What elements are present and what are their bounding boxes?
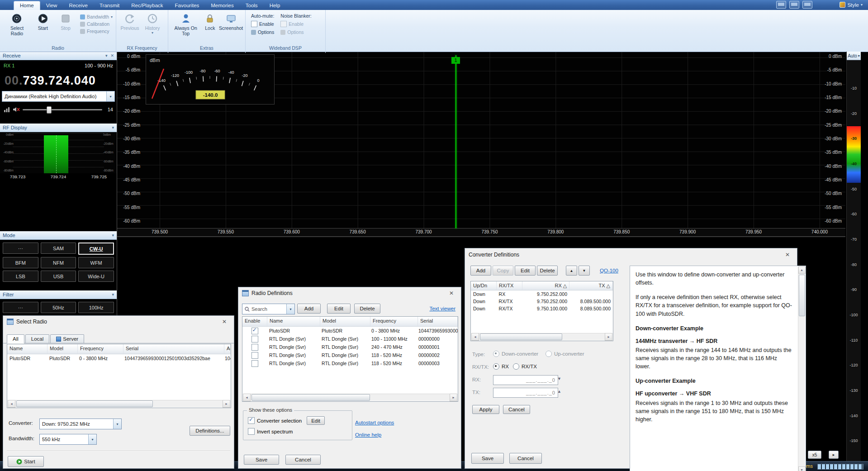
column-header[interactable]: Model bbox=[320, 317, 370, 326]
noise-blanker-enable-checkbox[interactable]: Enable bbox=[280, 21, 311, 27]
qo100-link[interactable]: QO-100 bbox=[600, 268, 618, 273]
converter-select[interactable]: Down: 9750.252 MHz ▾ bbox=[39, 419, 122, 429]
definition-row[interactable]: RTL Dongle (Svr) RTL Dongle (Svr) 118 - … bbox=[242, 351, 458, 359]
previous-button[interactable]: Previous bbox=[119, 11, 141, 31]
delete-button[interactable]: Delete bbox=[354, 304, 380, 314]
converter-row[interactable]: Down RX/TX 9.750.100.000 8.089.500.000 bbox=[471, 305, 613, 312]
frequency-display[interactable]: 00.739.724.040 bbox=[0, 71, 117, 90]
scroll-up-icon[interactable]: ▴ bbox=[798, 266, 806, 274]
scroll-left-icon[interactable]: ◂ bbox=[471, 333, 479, 341]
column-header[interactable]: Enable bbox=[242, 317, 267, 326]
scroll-left-icon[interactable]: ◂ bbox=[243, 394, 251, 401]
history-button[interactable]: History ▾ bbox=[141, 11, 164, 35]
tab-all[interactable]: All bbox=[7, 334, 24, 343]
column-header[interactable]: Serial bbox=[123, 344, 224, 354]
column-header[interactable]: Model bbox=[47, 344, 78, 354]
horizontal-scrollbar[interactable]: ◂ ▸ bbox=[471, 333, 612, 340]
tab-local[interactable]: Local bbox=[25, 334, 50, 343]
add-button[interactable]: Add bbox=[297, 304, 321, 314]
filter-button[interactable]: 100Hz bbox=[78, 302, 114, 313]
close-icon[interactable]: ✕ bbox=[446, 289, 457, 297]
mode-button[interactable]: BFM bbox=[3, 257, 38, 268]
menu-tab[interactable]: Favourites bbox=[169, 1, 205, 10]
dialog-titlebar[interactable]: Converter Definitions ✕ bbox=[465, 248, 797, 261]
edit-converter-button[interactable]: Edit bbox=[307, 416, 325, 425]
select-radio-button[interactable]: Select Radio bbox=[2, 11, 32, 36]
enable-checkbox[interactable] bbox=[251, 360, 258, 367]
play-button[interactable]: ▸ bbox=[829, 451, 839, 459]
definition-row[interactable]: RTL Dongle (Svr) RTL Dongle (Svr) 100 - … bbox=[242, 335, 458, 343]
column-header[interactable]: Name bbox=[267, 317, 320, 326]
menu-tab[interactable]: Home bbox=[14, 1, 40, 10]
enable-checkbox[interactable] bbox=[251, 328, 258, 334]
scroll-right-icon[interactable]: ▸ bbox=[450, 394, 457, 401]
scrollbar-thumb[interactable] bbox=[16, 400, 153, 407]
monitor-2-icon[interactable] bbox=[789, 1, 799, 9]
rx-step-down-icon[interactable]: ▼ bbox=[557, 376, 561, 381]
colorbar-auto-button[interactable]: Auto ▾ bbox=[847, 52, 861, 60]
column-header[interactable]: RX/TX bbox=[497, 281, 522, 290]
slider-thumb[interactable] bbox=[47, 106, 52, 114]
rf-display[interactable]: 0dBm-20dBm-40dBm-60dBm-80dBm 0dBm-20dBm-… bbox=[0, 132, 117, 173]
menu-tab[interactable]: Memories bbox=[205, 1, 239, 10]
converter-selection-checkbox[interactable] bbox=[248, 417, 255, 424]
bandwidth-select[interactable]: 550 kHz ▾ bbox=[39, 434, 97, 445]
mode-button[interactable]: USB bbox=[41, 271, 76, 282]
tx-frequency-field[interactable]: ___.___._0 bbox=[493, 388, 558, 398]
edit-button[interactable]: Edit bbox=[515, 266, 536, 276]
close-icon[interactable]: ✕ bbox=[218, 318, 230, 326]
frequency-button[interactable]: Frequency bbox=[80, 29, 113, 34]
horizontal-scrollbar[interactable]: ◂ ▸ bbox=[243, 394, 457, 401]
search-input[interactable]: Search ▾ bbox=[242, 304, 295, 314]
automute-options-button[interactable]: Options bbox=[251, 29, 274, 35]
scroll-left-icon[interactable]: ◂ bbox=[8, 400, 15, 408]
enable-checkbox[interactable] bbox=[251, 336, 258, 343]
save-button[interactable]: Save bbox=[244, 455, 279, 465]
mode-button[interactable]: SAM bbox=[41, 243, 76, 254]
move-up-button[interactable]: ▲ bbox=[566, 266, 577, 276]
add-button[interactable]: Add bbox=[470, 266, 491, 276]
column-header[interactable]: TX △ bbox=[569, 281, 613, 290]
menu-tab[interactable]: Help bbox=[264, 1, 286, 10]
monitor-icon[interactable] bbox=[776, 1, 786, 9]
filter-button[interactable]: ··· bbox=[3, 302, 38, 313]
mode-button[interactable]: Wide-U bbox=[78, 271, 114, 282]
converter-row[interactable]: Down RX/TX 9.750.252.000 8.089.500.000 bbox=[471, 298, 613, 305]
text-viewer-link[interactable]: Text viewer bbox=[429, 306, 455, 311]
tx-step-up-icon[interactable]: ▲ bbox=[557, 389, 561, 394]
mode-button[interactable]: ··· bbox=[3, 243, 38, 254]
definition-row[interactable]: PlutoSDR PlutoSDR 0 - 3800 MHz 104473965… bbox=[242, 327, 458, 335]
autostart-options-link[interactable]: Autostart options bbox=[355, 420, 394, 425]
audio-device-select[interactable]: Динамики (Realtek High Definition Audio)… bbox=[2, 91, 115, 102]
start-button[interactable]: Start bbox=[32, 11, 54, 31]
rx-frequency-field[interactable]: ___.___._0 bbox=[493, 375, 558, 385]
type-up-radio[interactable]: Up-converter bbox=[545, 351, 584, 357]
menu-tab[interactable]: Transmit bbox=[94, 1, 125, 10]
dialog-titlebar[interactable]: Radio Definitions ✕ bbox=[238, 287, 461, 299]
stop-button[interactable]: Stop bbox=[54, 11, 77, 31]
filter-button[interactable]: 50Hz bbox=[41, 302, 76, 313]
menu-tab[interactable]: View bbox=[40, 1, 63, 10]
collapse-icon[interactable]: ▾ bbox=[112, 125, 114, 130]
column-header[interactable]: Address bbox=[224, 344, 231, 354]
keyboard-icon[interactable] bbox=[802, 1, 812, 9]
enable-checkbox[interactable] bbox=[251, 352, 258, 359]
noise-blanker-options-button[interactable]: Options bbox=[280, 29, 311, 35]
close-icon[interactable]: ✕ bbox=[110, 53, 114, 58]
column-header[interactable]: Up/Dn bbox=[471, 281, 497, 290]
scroll-down-icon[interactable]: ▾ bbox=[798, 466, 806, 471]
radio-row[interactable]: PlutoSDR PlutoSDR 0 - 3800 MHz 104473965… bbox=[7, 354, 231, 362]
apply-cancel-button[interactable]: Cancel bbox=[503, 405, 530, 414]
scrollbar-thumb[interactable] bbox=[799, 275, 805, 316]
apply-button[interactable]: Apply bbox=[472, 405, 499, 414]
mode-button[interactable]: NFM bbox=[41, 257, 76, 268]
column-header[interactable]: RX △ bbox=[522, 281, 570, 290]
levels-icon[interactable] bbox=[4, 106, 10, 113]
collapse-icon[interactable]: ▾ bbox=[112, 292, 114, 297]
waterfall-colorbar[interactable]: Auto ▾ -10-20-30-40-50-60-70-80-90-100-1… bbox=[846, 52, 861, 461]
column-header[interactable]: Frequency bbox=[78, 344, 123, 354]
rf-mini-spectrum[interactable] bbox=[13, 133, 104, 173]
tab-server[interactable]: Server bbox=[50, 334, 84, 343]
collapse-icon[interactable]: ▾ bbox=[105, 53, 108, 58]
menu-tab[interactable]: Receive bbox=[63, 1, 94, 10]
